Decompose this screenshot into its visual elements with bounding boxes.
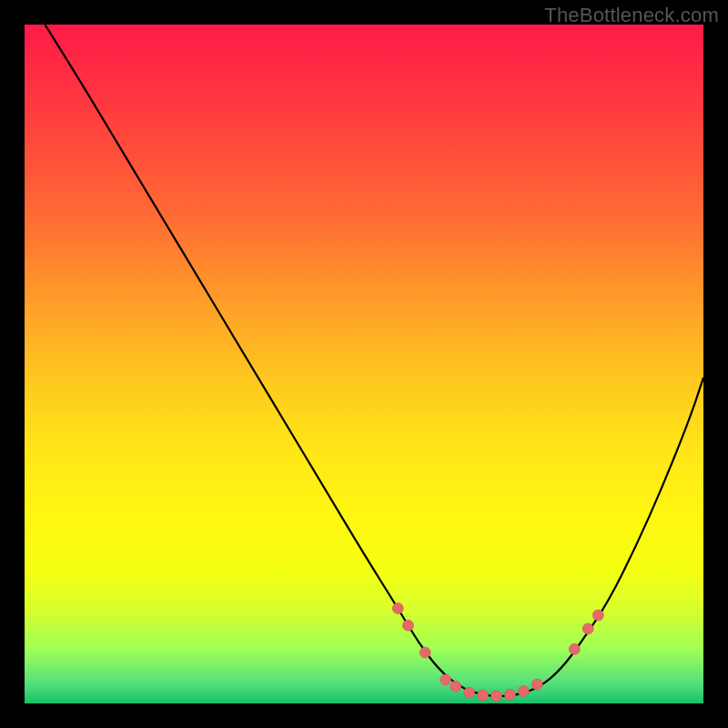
highlight-points xyxy=(392,603,603,702)
data-point xyxy=(518,686,529,697)
data-point xyxy=(490,691,501,702)
data-point xyxy=(464,687,475,698)
data-point xyxy=(478,690,489,701)
data-point xyxy=(592,610,603,621)
chart-svg xyxy=(25,25,703,703)
data-point xyxy=(450,681,461,692)
data-point xyxy=(402,620,413,631)
data-point xyxy=(531,679,542,690)
data-point xyxy=(440,674,451,685)
data-point xyxy=(582,623,593,634)
data-point xyxy=(392,603,403,614)
data-point xyxy=(504,689,515,700)
bottleneck-curve xyxy=(45,25,703,696)
data-point xyxy=(569,643,580,654)
data-point xyxy=(420,647,430,658)
